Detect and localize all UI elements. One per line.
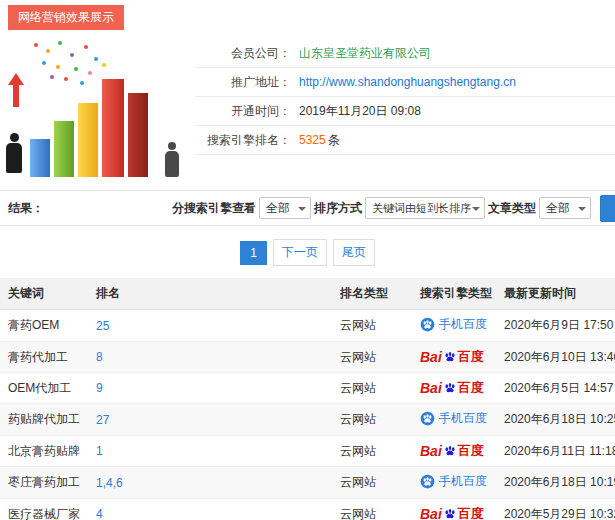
- engine-cell: Bai百度: [412, 436, 496, 467]
- open-time-label: 开通时间：: [195, 103, 291, 120]
- engine-select[interactable]: 全部: [259, 197, 311, 219]
- update-time-cell: 2020年6月18日 10:25: [496, 404, 615, 436]
- rank-cell: 8: [88, 342, 332, 373]
- rank-link[interactable]: 8: [96, 350, 103, 364]
- chevron-down-icon: [298, 207, 306, 211]
- sort-select[interactable]: 关键词由短到长排序: [365, 197, 485, 219]
- column-header: 排名: [88, 278, 332, 310]
- rank-count-label: 搜索引擎排名：: [195, 132, 291, 149]
- sort-select-value: 关键词由短到长排序: [372, 201, 471, 216]
- pagination: 1 下一页 尾页: [0, 239, 615, 266]
- baidu-logo: Bai百度: [420, 505, 484, 520]
- article-select-value: 全部: [546, 200, 570, 217]
- rank-type-cell: 云网站: [332, 310, 412, 342]
- engine-filter-label: 分搜索引擎查看: [172, 200, 256, 217]
- info-row-rank-count: 搜索引擎排名： 5325条: [195, 126, 615, 155]
- keyword-cell: OEM代加工: [0, 373, 88, 404]
- update-time-cell: 2020年6月10日 13:40: [496, 342, 615, 373]
- rank-type-cell: 云网站: [332, 436, 412, 467]
- keyword-cell: 医疗器械厂家: [0, 499, 88, 520]
- marketing-report-page: 网络营销效果展示 会员公司： 山东皇圣堂药业有限公司: [0, 0, 615, 520]
- result-label: 结果：: [8, 200, 44, 217]
- keyword-cell: 北京膏药贴牌: [0, 436, 88, 467]
- engine-name: 手机百度: [439, 410, 487, 427]
- pagination-current-page[interactable]: 1: [240, 241, 267, 265]
- engine-cell: 手机百度: [412, 310, 496, 342]
- baidu-paw-icon: [443, 381, 457, 395]
- chart-bar: [128, 93, 148, 177]
- chevron-down-icon: [578, 207, 586, 211]
- pagination-next-button[interactable]: 下一页: [273, 239, 327, 266]
- sort-filter-label: 排序方式: [314, 200, 362, 217]
- mobile-baidu-badge: 手机百度: [420, 410, 487, 427]
- chart-bar: [78, 103, 98, 177]
- column-header: 最新更新时间: [496, 278, 615, 310]
- column-header: 排名类型: [332, 278, 412, 310]
- table-row: OEM代加工9云网站Bai百度2020年6月5日 14:57: [0, 373, 615, 404]
- rank-link[interactable]: 1: [96, 444, 103, 458]
- info-row-site: 推广地址： http://www.shandonghuangshengtang.…: [195, 68, 615, 97]
- chart-bar: [102, 79, 124, 177]
- site-label: 推广地址：: [195, 74, 291, 91]
- submit-button[interactable]: 提交: [600, 195, 615, 222]
- rank-cell: 27: [88, 404, 332, 436]
- engine-cell: Bai百度: [412, 499, 496, 520]
- column-header: 关键词: [0, 278, 88, 310]
- chevron-down-icon: [472, 207, 480, 211]
- baidu-cn-text: 百度: [458, 348, 484, 366]
- baidu-bai-text: Bai: [420, 443, 442, 459]
- rank-cell: 9: [88, 373, 332, 404]
- table-row: 枣庄膏药加工1,4,6云网站手机百度2020年6月18日 10:19: [0, 467, 615, 499]
- pagination-last-button[interactable]: 尾页: [333, 239, 375, 266]
- table-row: 膏药代加工8云网站Bai百度2020年6月10日 13:40: [0, 342, 615, 373]
- update-time-cell: 2020年6月11日 11:18: [496, 436, 615, 467]
- rank-link[interactable]: 27: [96, 413, 109, 427]
- baidu-paw-icon: [443, 350, 457, 364]
- header-bar: 网络营销效果展示: [0, 0, 615, 27]
- mobile-baidu-badge: 手机百度: [420, 316, 487, 333]
- rank-type-cell: 云网站: [332, 467, 412, 499]
- baidu-paw-icon: [443, 444, 457, 458]
- site-link[interactable]: http://www.shandonghuangshengtang.cn: [299, 75, 516, 89]
- baidu-cn-text: 百度: [458, 379, 484, 397]
- table-header-row: 关键词排名排名类型搜索引擎类型最新更新时间: [0, 278, 615, 310]
- update-time-cell: 2020年6月18日 10:19: [496, 467, 615, 499]
- rank-link[interactable]: 1,4,6: [96, 476, 123, 490]
- update-time-cell: 2020年5月29日 10:32: [496, 499, 615, 520]
- engine-name: 手机百度: [439, 316, 487, 333]
- info-row-open-time: 开通时间： 2019年11月20日 09:08: [195, 97, 615, 126]
- engine-cell: 手机百度: [412, 404, 496, 436]
- rank-link[interactable]: 25: [96, 319, 109, 333]
- baidu-logo: Bai百度: [420, 348, 484, 366]
- article-type-select[interactable]: 全部: [539, 197, 591, 219]
- article-type-label: 文章类型: [488, 200, 536, 217]
- keyword-cell: 膏药OEM: [0, 310, 88, 342]
- baidu-paw-icon: [443, 507, 457, 520]
- mobile-baidu-icon: [420, 474, 435, 489]
- baidu-cn-text: 百度: [458, 505, 484, 520]
- summary-section: 会员公司： 山东皇圣堂药业有限公司 推广地址： http://www.shand…: [0, 27, 615, 185]
- confetti-dots: [34, 43, 38, 47]
- company-link[interactable]: 山东皇圣堂药业有限公司: [299, 45, 431, 62]
- filter-bar: 结果： 分搜索引擎查看 全部 排序方式 关键词由短到长排序 文章类型 全部 提交: [0, 190, 615, 226]
- baidu-logo: Bai百度: [420, 379, 484, 397]
- table-row: 膏药OEM25云网站手机百度2020年6月9日 17:50: [0, 310, 615, 342]
- chart-bar: [54, 121, 74, 177]
- rank-count-unit: 条: [328, 133, 340, 147]
- member-info-list: 会员公司： 山东皇圣堂药业有限公司 推广地址： http://www.shand…: [195, 35, 615, 185]
- rank-link[interactable]: 4: [96, 507, 103, 520]
- rank-type-cell: 云网站: [332, 499, 412, 520]
- baidu-bai-text: Bai: [420, 349, 442, 365]
- table-row: 药贴牌代加工27云网站手机百度2020年6月18日 10:25: [0, 404, 615, 436]
- rank-type-cell: 云网站: [332, 342, 412, 373]
- rank-type-cell: 云网站: [332, 404, 412, 436]
- mobile-baidu-icon: [420, 411, 435, 426]
- page-title: 网络营销效果展示: [8, 5, 124, 30]
- table-row: 北京膏药贴牌1云网站Bai百度2020年6月11日 11:18: [0, 436, 615, 467]
- rank-link[interactable]: 9: [96, 381, 103, 395]
- company-label: 会员公司：: [195, 45, 291, 62]
- chart-illustration: [0, 35, 195, 185]
- baidu-cn-text: 百度: [458, 442, 484, 460]
- mobile-baidu-icon: [420, 317, 435, 332]
- engine-select-value: 全部: [266, 200, 290, 217]
